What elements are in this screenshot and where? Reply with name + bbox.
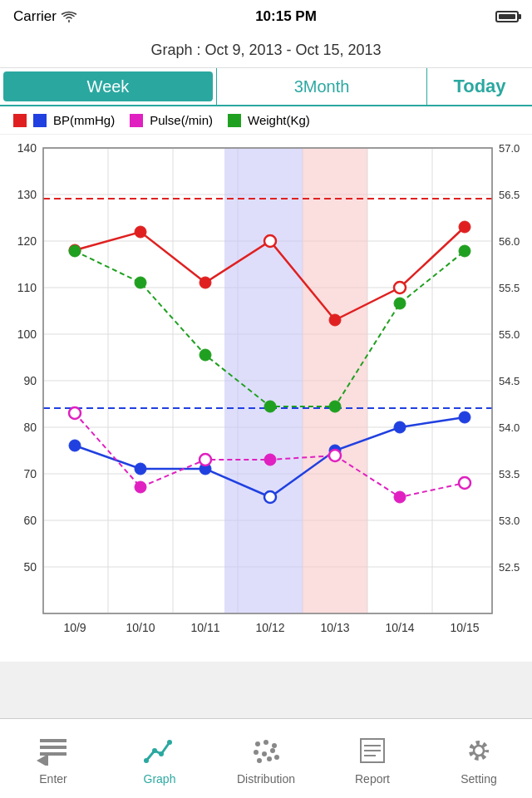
svg-text:55.5: 55.5 (499, 282, 520, 294)
svg-point-90 (272, 743, 277, 748)
nav-setting-label: Setting (461, 772, 497, 786)
svg-text:130: 130 (17, 188, 37, 201)
svg-text:52.5: 52.5 (499, 561, 520, 574)
svg-point-66 (135, 481, 146, 493)
nav-distribution[interactable]: Distribution (213, 719, 319, 798)
svg-text:10/12: 10/12 (255, 621, 284, 634)
svg-point-65 (69, 407, 81, 419)
bottom-navigation: Enter Graph (0, 718, 532, 798)
svg-rect-2 (130, 114, 143, 127)
svg-point-77 (394, 298, 406, 309)
svg-rect-80 (40, 739, 66, 742)
svg-rect-21 (303, 148, 367, 613)
wifi-icon (62, 11, 76, 22)
svg-text:10/9: 10/9 (63, 621, 86, 634)
svg-point-69 (329, 450, 341, 461)
svg-text:54.5: 54.5 (499, 375, 520, 387)
svg-point-84 (144, 758, 149, 763)
svg-point-53 (200, 277, 211, 288)
svg-text:10/13: 10/13 (320, 621, 349, 634)
svg-point-88 (255, 741, 260, 746)
chart-area: 140 130 120 110 100 90 80 70 60 50 57.0 … (0, 135, 532, 662)
svg-rect-20 (224, 148, 303, 613)
page-title: Graph : Oct 9, 2013 - Oct 15, 2013 (0, 33, 532, 68)
svg-point-63 (394, 421, 406, 433)
carrier-label: Carrier (13, 8, 57, 25)
svg-point-96 (274, 755, 279, 760)
tab-today[interactable]: Today (427, 68, 532, 105)
svg-point-52 (135, 226, 146, 238)
status-bar: Carrier 10:15 PM (0, 0, 532, 33)
svg-text:10/15: 10/15 (450, 621, 479, 634)
legend-diastolic (33, 114, 47, 127)
svg-marker-83 (37, 754, 48, 766)
svg-point-57 (459, 221, 470, 233)
svg-point-74 (200, 349, 211, 361)
svg-point-91 (254, 750, 259, 755)
svg-text:120: 120 (17, 234, 37, 248)
svg-point-68 (264, 454, 276, 466)
svg-point-71 (459, 477, 470, 489)
nav-report-label: Report (355, 772, 390, 786)
legend-pulse (130, 114, 143, 127)
svg-rect-0 (13, 114, 27, 127)
svg-text:10/11: 10/11 (190, 621, 219, 634)
svg-text:56.5: 56.5 (499, 189, 520, 201)
svg-point-101 (474, 746, 484, 756)
svg-point-67 (200, 454, 211, 466)
battery-icon (495, 11, 519, 22)
chart-legend: BP(mmHg) Pulse(/min) Weight(Kg) (0, 106, 532, 135)
svg-point-59 (135, 463, 146, 475)
svg-text:56.0: 56.0 (499, 235, 520, 248)
nav-graph-label: Graph (144, 772, 176, 786)
distribution-icon (248, 732, 284, 769)
svg-text:110: 110 (17, 281, 37, 294)
svg-point-56 (394, 282, 406, 293)
nav-graph[interactable]: Graph (106, 719, 213, 798)
svg-rect-81 (40, 746, 66, 749)
svg-text:53.5: 53.5 (499, 468, 520, 480)
svg-point-87 (167, 740, 172, 745)
tab-3month[interactable]: 3Month (216, 68, 427, 105)
report-icon (354, 732, 391, 769)
svg-text:70: 70 (23, 467, 37, 480)
svg-point-75 (264, 401, 276, 412)
svg-text:54.0: 54.0 (499, 421, 520, 434)
period-tab-bar: Week 3Month Today (0, 68, 532, 106)
svg-rect-82 (40, 752, 66, 756)
svg-text:90: 90 (23, 374, 37, 387)
nav-enter[interactable]: Enter (0, 719, 106, 798)
nav-report[interactable]: Report (319, 719, 426, 798)
nav-enter-label: Enter (39, 772, 66, 786)
nav-distribution-label: Distribution (237, 772, 295, 786)
svg-point-78 (459, 245, 470, 257)
nav-setting[interactable]: Setting (426, 719, 532, 798)
svg-text:50: 50 (23, 560, 37, 574)
svg-point-76 (329, 401, 341, 412)
svg-text:53.0: 53.0 (499, 515, 520, 527)
svg-point-54 (264, 235, 276, 247)
enter-icon (35, 732, 71, 769)
main-chart: 140 130 120 110 100 90 80 70 60 50 57.0 … (0, 140, 532, 655)
svg-point-72 (69, 245, 81, 257)
svg-point-89 (264, 740, 268, 745)
svg-point-95 (267, 756, 272, 761)
svg-point-85 (152, 748, 157, 753)
tab-week[interactable]: Week (3, 71, 213, 101)
graph-icon (141, 732, 178, 769)
svg-point-93 (270, 748, 275, 753)
svg-text:60: 60 (23, 514, 37, 527)
setting-icon (461, 732, 497, 769)
svg-point-94 (257, 758, 262, 763)
svg-point-73 (135, 277, 146, 288)
svg-text:10/10: 10/10 (126, 621, 155, 634)
svg-point-92 (262, 751, 267, 756)
svg-text:57.0: 57.0 (499, 142, 520, 155)
legend-systolic (13, 114, 27, 127)
svg-text:10/14: 10/14 (385, 621, 414, 634)
svg-text:55.0: 55.0 (499, 328, 520, 341)
svg-point-58 (69, 440, 81, 451)
svg-point-61 (264, 491, 276, 503)
svg-point-70 (394, 491, 406, 503)
weight-legend-label: Weight(Kg) (248, 113, 310, 127)
